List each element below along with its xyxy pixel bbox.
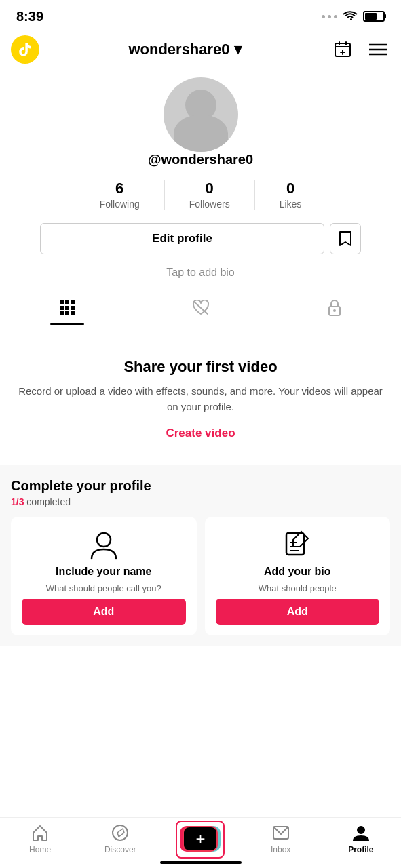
tiktok-logo[interactable]: [11, 35, 39, 64]
tiktok-logo-icon: [17, 41, 33, 58]
stat-likes[interactable]: 0 Likes: [255, 180, 326, 210]
svg-point-17: [113, 825, 128, 840]
share-title: Share your first video: [14, 358, 387, 376]
hamburger-icon: [369, 43, 387, 56]
svg-point-11: [333, 309, 336, 312]
menu-button[interactable]: [366, 37, 390, 62]
nav-profile[interactable]: Profile: [334, 823, 388, 854]
nav-home[interactable]: Home: [13, 823, 67, 854]
complete-profile-title: Complete your profile: [11, 478, 390, 494]
bottom-nav: Home Discover + Inbox P: [0, 817, 401, 868]
profile-cards-row: Include your name What should people cal…: [11, 517, 390, 635]
wifi-icon: [343, 11, 358, 22]
nav-profile-label: Profile: [348, 845, 373, 854]
tab-videos[interactable]: [0, 291, 134, 325]
status-bar: 8:39: [0, 0, 401, 30]
plus-icon: +: [195, 829, 205, 848]
add-bio-card: Add your bio What should people Add: [205, 517, 391, 635]
profile-handle: @wondershare0: [148, 152, 253, 167]
person-icon: [90, 530, 117, 560]
add-name-button[interactable]: Add: [22, 599, 186, 625]
app-header: wondershare0 ▾: [0, 30, 401, 72]
create-video-link[interactable]: Create video: [166, 427, 235, 439]
status-time: 8:39: [16, 9, 43, 24]
complete-label: completed: [26, 496, 71, 507]
header-actions: [330, 37, 390, 62]
bookmark-button[interactable]: [330, 223, 361, 254]
bookmark-icon: [339, 231, 352, 247]
tab-liked[interactable]: [134, 291, 267, 325]
dropdown-chevron-icon: ▾: [234, 41, 242, 58]
plus-button-main[interactable]: +: [183, 826, 218, 852]
compass-icon: [111, 823, 130, 842]
nav-create[interactable]: +: [173, 823, 227, 854]
grid-icon: [60, 300, 75, 315]
calendar-icon-button[interactable]: [330, 37, 355, 62]
complete-fraction: 1/3: [11, 496, 24, 507]
include-name-title: Include your name: [56, 566, 151, 578]
stat-following[interactable]: 6 Following: [75, 180, 165, 210]
battery-icon: [363, 11, 385, 22]
share-desc: Record or upload a video with effects, s…: [14, 384, 387, 414]
nav-discover-label: Discover: [104, 845, 136, 854]
svg-point-20: [357, 826, 365, 834]
bio-placeholder[interactable]: Tap to add bio: [166, 267, 235, 279]
lock-icon: [328, 299, 341, 317]
calendar-icon: [334, 41, 351, 58]
profile-section: @wondershare0 6 Following 0 Followers 0 …: [0, 72, 401, 291]
nav-inbox-label: Inbox: [271, 845, 290, 854]
profile-tabs: [0, 291, 401, 326]
avatar-body: [174, 115, 228, 152]
signal-dots: [322, 15, 337, 18]
profile-action-buttons: Edit profile: [40, 223, 361, 254]
inbox-icon: [271, 823, 290, 842]
status-icons: [322, 11, 385, 22]
include-name-desc: What should people call you?: [46, 583, 161, 593]
stat-followers[interactable]: 0 Followers: [165, 180, 255, 210]
profile-stats: 6 Following 0 Followers 0 Likes: [0, 180, 401, 210]
svg-point-12: [97, 533, 111, 547]
nav-home-label: Home: [29, 845, 51, 854]
empty-state-section: Share your first video Record or upload …: [0, 326, 401, 456]
complete-profile-section: Complete your profile 1/3 completed Incl…: [0, 465, 401, 646]
nav-inbox[interactable]: Inbox: [254, 823, 308, 854]
tab-private[interactable]: [267, 291, 401, 325]
heart-icon: [192, 300, 210, 316]
profile-nav-icon: [351, 823, 370, 842]
add-bio-button[interactable]: Add: [216, 599, 380, 625]
complete-profile-subtitle: 1/3 completed: [11, 496, 390, 507]
avatar[interactable]: [164, 77, 238, 152]
add-bio-desc: What should people: [259, 583, 337, 593]
home-indicator: [160, 861, 242, 864]
svg-rect-13: [286, 533, 304, 555]
bio-edit-icon: [284, 530, 311, 560]
create-button-wrapper[interactable]: +: [180, 823, 221, 854]
header-username[interactable]: wondershare0 ▾: [128, 41, 241, 58]
edit-profile-button[interactable]: Edit profile: [40, 223, 324, 254]
add-bio-title: Add your bio: [264, 566, 331, 578]
svg-marker-18: [117, 829, 124, 837]
nav-discover[interactable]: Discover: [93, 823, 147, 854]
home-icon: [31, 823, 50, 842]
include-name-card: Include your name What should people cal…: [11, 517, 197, 635]
